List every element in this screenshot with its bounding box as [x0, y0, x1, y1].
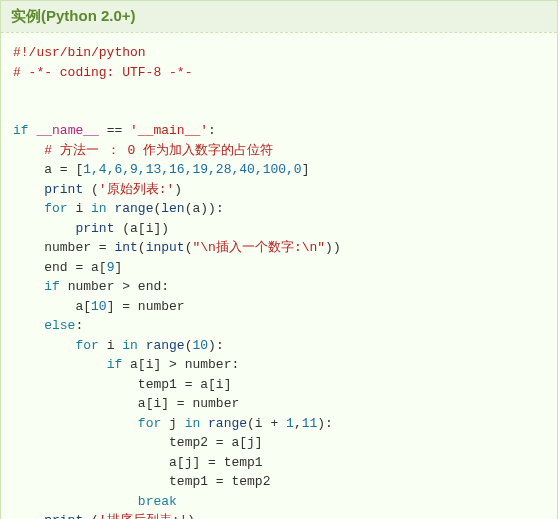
shebang-line: #!/usr/bin/python	[13, 45, 146, 60]
rest: (a[i])	[114, 221, 169, 236]
str-insert: "\n插入一个数字:\n"	[192, 240, 325, 255]
paren-close: )	[174, 182, 182, 197]
stmt: temp1 = temp2	[169, 474, 270, 489]
paren-close: ))	[325, 240, 341, 255]
fn-len: len	[161, 201, 184, 216]
paren: (	[83, 513, 99, 519]
assign-number: number =	[44, 240, 114, 255]
comma: ,	[294, 416, 302, 431]
assign-a: a = [	[44, 162, 83, 177]
code-block: #!/usr/bin/python # -*- coding: UTF-8 -*…	[1, 32, 557, 519]
rest: (a)):	[185, 201, 224, 216]
var-i: i	[99, 338, 122, 353]
num-10: 10	[192, 338, 208, 353]
var-i: i	[68, 201, 91, 216]
example-header: 实例(Python 2.0+)	[1, 1, 557, 32]
fn-range: range	[200, 416, 247, 431]
colon: :	[75, 318, 83, 333]
fn-print: print	[75, 221, 114, 236]
var-j: j	[161, 416, 184, 431]
str-orig: '原始列表:'	[99, 182, 174, 197]
list-nums: 1,4,6,9,13,16,19,28,40,100,0	[83, 162, 301, 177]
paren-close: ):	[317, 416, 333, 431]
kw-else: else	[44, 318, 75, 333]
fn-int: int	[114, 240, 137, 255]
kw-in: in	[91, 201, 107, 216]
fn-print: print	[44, 513, 83, 519]
fn-print: print	[44, 182, 83, 197]
colon: :	[208, 123, 216, 138]
str-sorted: '排序后列表:'	[99, 513, 187, 519]
kw-in: in	[122, 338, 138, 353]
bracket-close: ]	[114, 260, 122, 275]
str-main: '__main__'	[130, 123, 208, 138]
assign-end: end = a[	[44, 260, 106, 275]
stmt: temp1 = a[i]	[138, 377, 232, 392]
num-11: 11	[302, 416, 318, 431]
kw-if: if	[13, 123, 29, 138]
kw-for: for	[138, 416, 161, 431]
list-close: ]	[302, 162, 310, 177]
idx-a: a[	[75, 299, 91, 314]
fn-range: range	[138, 338, 185, 353]
op-eq: ==	[99, 123, 130, 138]
stmt: temp2 = a[j]	[169, 435, 263, 450]
kw-break: break	[138, 494, 177, 509]
stmt: a[j] = temp1	[169, 455, 263, 470]
paren: (i +	[247, 416, 286, 431]
fn-range: range	[107, 201, 154, 216]
kw-if: if	[107, 357, 123, 372]
kw-for: for	[75, 338, 98, 353]
rest: ] = number	[107, 299, 185, 314]
cond: a[i] > number:	[122, 357, 239, 372]
comment-method1: # 方法一 ： 0 作为加入数字的占位符	[44, 143, 273, 158]
paren-close: )	[187, 513, 195, 519]
fn-input: input	[146, 240, 185, 255]
paren: (	[83, 182, 99, 197]
cond: number > end:	[60, 279, 169, 294]
num-10: 10	[91, 299, 107, 314]
example-container: 实例(Python 2.0+) #!/usr/bin/python # -*- …	[0, 0, 558, 519]
paren-close: ):	[208, 338, 224, 353]
paren: (	[138, 240, 146, 255]
num-1: 1	[286, 416, 294, 431]
dunder-name: __name__	[36, 123, 98, 138]
kw-if: if	[44, 279, 60, 294]
kw-in: in	[185, 416, 201, 431]
kw-for: for	[44, 201, 67, 216]
stmt: a[i] = number	[138, 396, 239, 411]
coding-comment: # -*- coding: UTF-8 -*-	[13, 65, 192, 80]
